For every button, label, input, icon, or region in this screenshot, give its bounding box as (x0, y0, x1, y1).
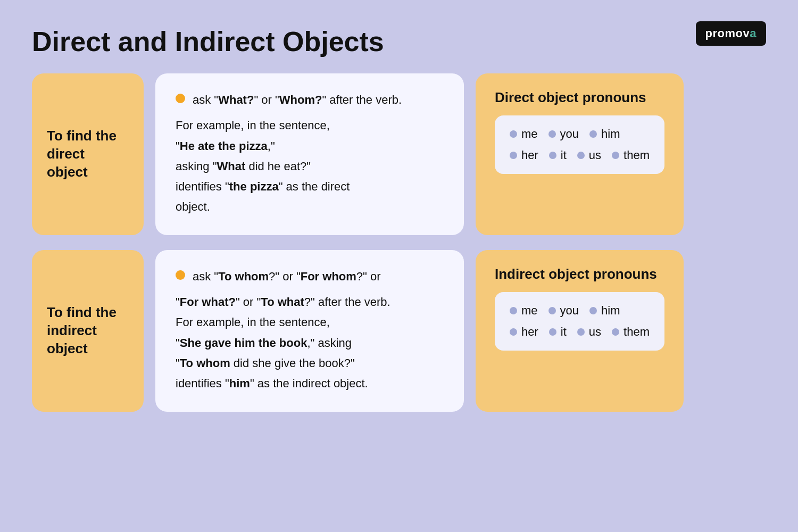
indirect-pronoun-them: them (612, 325, 650, 339)
blue-dot (612, 152, 619, 159)
blue-dot (612, 328, 619, 336)
blue-dot (589, 130, 597, 138)
direct-pronoun-her: her (510, 148, 538, 162)
indirect-pronoun-him: him (589, 304, 620, 318)
direct-pronouns-list: me you him her (495, 115, 664, 174)
direct-pronoun-you: you (548, 127, 579, 141)
indirect-explanation-bullet: ask "To whom?" or "For whom?" or (193, 267, 381, 286)
direct-pronoun-him: him (589, 127, 620, 141)
direct-explanation-line3: identifies "the pizza" as the direct (176, 177, 444, 196)
direct-explanation-quote: "He ate the pizza," (176, 137, 444, 156)
indirect-object-explanation: ask "To whom?" or "For whom?" or "For wh… (155, 250, 464, 412)
indirect-explanation-line3: identifies "him" as the indirect object. (176, 374, 444, 393)
direct-object-row: To find the direct object ask "What?" or… (32, 73, 766, 235)
direct-pronoun-row-2: her it us them (510, 148, 650, 162)
indirect-explanation-line2: "To whom did she give the book?" (176, 354, 444, 373)
direct-explanation-line4: object. (176, 197, 444, 217)
indirect-pronoun-her: her (510, 325, 538, 339)
indirect-pronouns-title: Indirect object pronouns (495, 266, 664, 282)
indirect-explanation-line1: For example, in the sentence, (176, 313, 444, 332)
direct-pronoun-us: us (577, 148, 601, 162)
indirect-pronoun-you: you (548, 304, 579, 318)
blue-dot (548, 130, 556, 138)
direct-pronoun-it: it (549, 148, 567, 162)
indirect-explanation-bullet2: "For what?" or "To what?" after the verb… (176, 293, 444, 312)
indirect-pronouns-list: me you him her (495, 292, 664, 351)
indirect-pronoun-me: me (510, 304, 538, 318)
blue-dot (510, 328, 517, 336)
blue-dot (510, 130, 517, 138)
indirect-object-label: To find the indirect object (47, 304, 129, 358)
direct-explanation-line2: asking "What did he eat?" (176, 157, 444, 176)
indirect-pronoun-it: it (549, 325, 567, 339)
blue-dot (589, 307, 597, 314)
direct-object-label-box: To find the direct object (32, 73, 144, 235)
direct-explanation-line1: For example, in the sentence, (176, 116, 444, 135)
indirect-pronouns-box: Indirect object pronouns me you him (476, 250, 684, 412)
blue-dot (577, 328, 585, 336)
blue-dot (510, 307, 517, 314)
direct-object-label: To find the direct object (47, 127, 129, 181)
orange-dot-1 (176, 94, 185, 103)
blue-dot (549, 152, 556, 159)
direct-pronouns-box: Direct object pronouns me you him (476, 73, 684, 235)
direct-pronoun-row-1: me you him (510, 127, 650, 141)
blue-dot (548, 307, 556, 314)
indirect-pronoun-row-2: her it us them (510, 325, 650, 339)
blue-dot (549, 328, 556, 336)
blue-dot (510, 152, 517, 159)
indirect-pronoun-row-1: me you him (510, 304, 650, 318)
indirect-object-row: To find the indirect object ask "To whom… (32, 250, 766, 412)
direct-pronoun-me: me (510, 127, 538, 141)
indirect-object-label-box: To find the indirect object (32, 250, 144, 412)
indirect-explanation-quote: "She gave him the book," asking (176, 334, 444, 353)
blue-dot (577, 152, 585, 159)
direct-object-explanation: ask "What?" or "Whom?" after the verb. F… (155, 73, 464, 235)
indirect-pronoun-us: us (577, 325, 601, 339)
direct-pronoun-them: them (612, 148, 650, 162)
content-area: To find the direct object ask "What?" or… (0, 73, 798, 412)
page-title: Direct and Indirect Objects (0, 0, 798, 73)
orange-dot-2 (176, 270, 185, 280)
direct-pronouns-title: Direct object pronouns (495, 89, 664, 106)
promova-logo: promova (696, 21, 766, 46)
direct-explanation-bullet: ask "What?" or "Whom?" after the verb. (193, 90, 402, 110)
